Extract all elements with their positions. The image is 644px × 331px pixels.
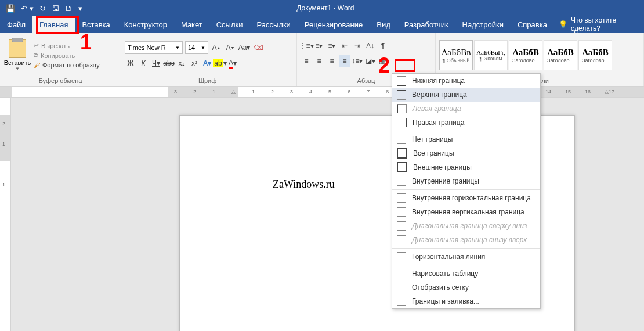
font-name-combo[interactable]: Times New R▼ bbox=[125, 41, 183, 54]
scissors-icon: ✂ bbox=[34, 42, 39, 49]
border-option[interactable]: Внутренняя вертикальная граница bbox=[392, 205, 540, 219]
style-heading3[interactable]: АаБбВЗаголово... bbox=[578, 40, 612, 70]
border-option-label: Отобразить сетку bbox=[412, 283, 469, 292]
border-option-label: Левая граница bbox=[413, 105, 461, 113]
page-area[interactable]: ZaWindows.ru bbox=[11, 98, 644, 331]
tab-layout[interactable]: Макет bbox=[174, 16, 209, 33]
border-icon bbox=[397, 252, 406, 261]
show-marks-button[interactable]: ¶ bbox=[377, 40, 389, 52]
border-icon bbox=[397, 221, 406, 231]
tell-me-label: Что вы хотите сделать? bbox=[571, 16, 644, 33]
save-icon[interactable]: 💾 bbox=[6, 4, 15, 13]
border-option[interactable]: Границы и заливка... bbox=[392, 294, 540, 308]
border-option[interactable]: Отобразить сетку bbox=[392, 280, 540, 294]
align-left-button[interactable]: ≡ bbox=[301, 55, 312, 67]
border-option-label: Диагональная граница сверху вниз bbox=[412, 222, 527, 230]
tell-me[interactable]: 💡 Что вы хотите сделать? bbox=[559, 16, 644, 33]
copy-label: Копировать bbox=[41, 52, 75, 59]
format-label: Формат по образцу bbox=[42, 62, 100, 69]
qat-more-icon[interactable]: ▾ bbox=[78, 4, 82, 13]
border-option[interactable]: Горизонтальная линия bbox=[392, 250, 540, 264]
border-icon bbox=[397, 193, 406, 203]
decrease-indent-button[interactable]: ⇤ bbox=[339, 40, 350, 52]
border-icon bbox=[397, 177, 406, 186]
superscript-button[interactable]: x² bbox=[189, 57, 200, 69]
border-option[interactable]: Внутренние границы bbox=[392, 174, 540, 188]
borders-button[interactable]: ▦▾ bbox=[377, 55, 389, 67]
multilevel-button[interactable]: ≡▾ bbox=[326, 40, 338, 52]
border-option-label: Верхняя граница bbox=[412, 91, 467, 99]
border-icon bbox=[397, 162, 407, 172]
tab-design[interactable]: Конструктор bbox=[117, 16, 174, 33]
style-normal[interactable]: АаБбВв¶ Обычный bbox=[439, 40, 473, 70]
borders-dropdown: Нижняя границаВерхняя границаЛевая грани… bbox=[392, 73, 541, 309]
border-icon bbox=[397, 76, 406, 86]
align-center-button[interactable]: ≡ bbox=[313, 55, 325, 67]
tab-addins[interactable]: Надстройки bbox=[455, 16, 511, 33]
increase-indent-button[interactable]: ⇥ bbox=[352, 40, 363, 52]
ruler-horizontal[interactable]: 321△12345678910 141516△17 bbox=[0, 87, 644, 98]
tab-references[interactable]: Ссылки bbox=[209, 16, 250, 33]
ruler-ticks-right: 141516△17 bbox=[545, 89, 614, 95]
underline-button[interactable]: Ч▾ bbox=[150, 57, 162, 69]
line-spacing-button[interactable]: ↕≡▾ bbox=[352, 55, 363, 67]
border-option[interactable]: Правая граница bbox=[392, 116, 540, 129]
redo-icon[interactable]: ↻ bbox=[39, 4, 46, 13]
style-econom[interactable]: АаБбВвГг,¶ Эконом bbox=[474, 40, 508, 70]
tab-view[interactable]: Вид bbox=[370, 16, 397, 33]
numbering-button[interactable]: ≡▾ bbox=[313, 40, 325, 52]
tab-insert[interactable]: Вставка bbox=[75, 16, 117, 33]
border-option[interactable]: Нет границы bbox=[392, 132, 540, 146]
brush-icon: 🖌 bbox=[34, 62, 40, 69]
tab-file[interactable]: Файл bbox=[0, 16, 32, 33]
border-option-label: Нарисовать таблицу bbox=[412, 269, 478, 278]
grow-font-button[interactable]: A▲ bbox=[211, 42, 222, 53]
border-option[interactable]: Верхняя граница bbox=[392, 88, 540, 102]
format-painter-button[interactable]: 🖌Формат по образцу bbox=[34, 62, 100, 69]
page-text[interactable]: ZaWindows.ru bbox=[273, 178, 335, 190]
subscript-button[interactable]: x₂ bbox=[176, 57, 187, 69]
shading-button[interactable]: ◪▾ bbox=[364, 55, 376, 67]
border-option[interactable]: Нижняя граница bbox=[392, 74, 540, 88]
border-option-label: Диагональная граница снизу вверх bbox=[412, 236, 527, 244]
italic-button[interactable]: К bbox=[138, 57, 149, 69]
ribbon: Вставить ▼ ✂Вырезать ⧉Копировать 🖌Формат… bbox=[0, 33, 644, 87]
tab-mailings[interactable]: Рассылки bbox=[249, 16, 297, 33]
text-effects-button[interactable]: A▾ bbox=[201, 57, 213, 69]
ruler-vertical[interactable]: 2 1 1 bbox=[0, 98, 11, 331]
quick-access-toolbar: 💾 ↶ ▾ ↻ 🖫 🗋 ▾ bbox=[0, 4, 88, 13]
align-right-button[interactable]: ≡ bbox=[326, 55, 338, 67]
shrink-font-button[interactable]: A▼ bbox=[225, 42, 236, 53]
copy-button[interactable]: ⧉Копировать bbox=[34, 52, 100, 59]
font-color-button[interactable]: A▾ bbox=[227, 57, 238, 69]
undo-icon[interactable]: ↶ ▾ bbox=[21, 4, 34, 13]
border-icon bbox=[397, 104, 407, 113]
group-font: Times New R▼ 14▼ A▲ A▼ Aa▾ ⌫ Ж К Ч▾ abc … bbox=[121, 33, 297, 86]
border-option[interactable]: Внешние границы bbox=[392, 160, 540, 174]
tab-home[interactable]: Главная bbox=[32, 16, 75, 33]
bold-button[interactable]: Ж bbox=[125, 57, 136, 69]
border-option[interactable]: Нарисовать таблицу bbox=[392, 267, 540, 280]
border-option[interactable]: Внутренняя горизонтальная граница bbox=[392, 191, 540, 205]
style-heading1[interactable]: АаБбВЗаголово... bbox=[509, 40, 542, 70]
highlight-button[interactable]: ab▾ bbox=[214, 57, 226, 69]
save-as-icon[interactable]: 🖫 bbox=[52, 4, 59, 13]
bullets-button[interactable]: ⋮≡▾ bbox=[301, 40, 312, 52]
document-title: Документ1 - Word bbox=[88, 4, 563, 12]
strike-button[interactable]: abc bbox=[163, 57, 175, 69]
border-option-label: Все границы bbox=[413, 149, 454, 157]
tab-review[interactable]: Рецензирование bbox=[298, 16, 370, 33]
styles-gallery[interactable]: АаБбВв¶ Обычный АаБбВвГг,¶ Эконом АаБбВЗ… bbox=[439, 40, 612, 70]
clear-formatting-button[interactable]: ⌫ bbox=[252, 42, 264, 53]
new-doc-icon[interactable]: 🗋 bbox=[65, 4, 73, 13]
tab-help[interactable]: Справка bbox=[511, 16, 554, 33]
font-size-combo[interactable]: 14▼ bbox=[185, 41, 208, 54]
paste-button[interactable]: Вставить ▼ bbox=[3, 39, 31, 71]
tab-developer[interactable]: Разработчик bbox=[397, 16, 455, 33]
style-heading2[interactable]: АаБбВЗаголово... bbox=[544, 40, 577, 70]
sort-button[interactable]: A↓ bbox=[364, 40, 376, 52]
border-option[interactable]: Все границы bbox=[392, 146, 540, 160]
justify-button[interactable]: ≡ bbox=[339, 55, 350, 67]
cut-button[interactable]: ✂Вырезать bbox=[34, 42, 100, 49]
change-case-button[interactable]: Aa▾ bbox=[238, 42, 250, 53]
